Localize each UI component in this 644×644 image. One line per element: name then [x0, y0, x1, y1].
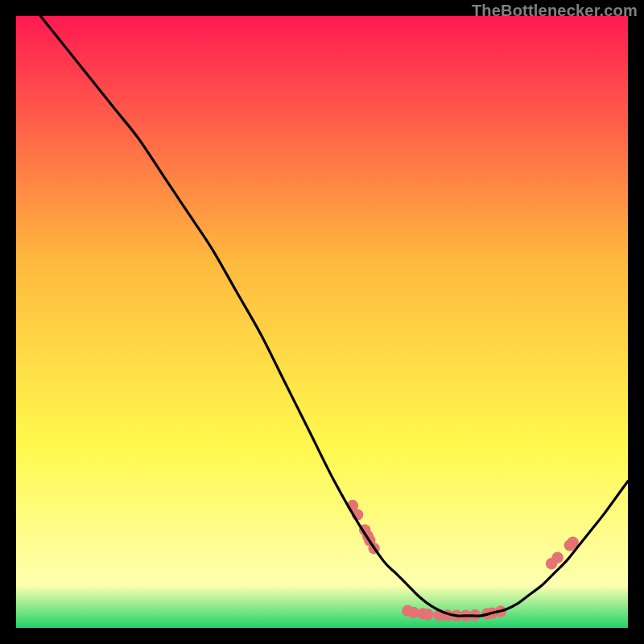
chart-svg [16, 16, 628, 628]
chart-stage: TheBottlenecker.com [0, 0, 644, 644]
data-marker [422, 609, 433, 620]
gradient-background [16, 16, 628, 628]
watermark-label: TheBottlenecker.com [472, 2, 638, 20]
data-marker [551, 551, 563, 563]
plot-area [16, 16, 628, 628]
